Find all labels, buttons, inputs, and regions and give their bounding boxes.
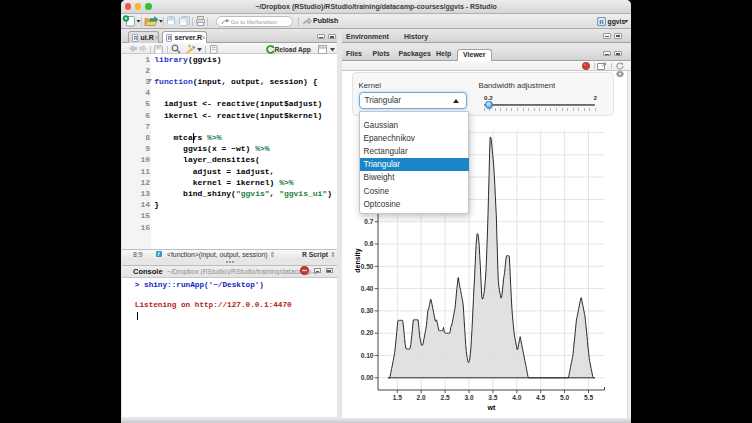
svg-text:0.00: 0.00 [361, 374, 374, 381]
svg-text:density: density [354, 248, 362, 273]
svg-text:2.5: 2.5 [441, 393, 450, 400]
svg-text:5.0: 5.0 [560, 393, 569, 400]
svg-text:0.40: 0.40 [361, 284, 374, 291]
svg-text:4.0: 4.0 [512, 393, 521, 400]
svg-text:2.0: 2.0 [417, 393, 426, 400]
svg-text:3.0: 3.0 [464, 393, 473, 400]
svg-text:0.10: 0.10 [361, 351, 374, 358]
svg-text:R: R [599, 17, 604, 24]
svg-text:1.5: 1.5 [393, 393, 402, 400]
svg-text:5.5: 5.5 [584, 393, 593, 400]
svg-text:0.30: 0.30 [361, 307, 374, 314]
svg-text:3.5: 3.5 [488, 393, 497, 400]
svg-text:0.20: 0.20 [361, 329, 374, 336]
svg-text:0.6: 0.6 [364, 240, 373, 247]
svg-text:0.50: 0.50 [361, 262, 374, 269]
svg-text:4.5: 4.5 [536, 393, 545, 400]
svg-text:0.7: 0.7 [364, 217, 373, 224]
svg-text:wt: wt [487, 404, 496, 411]
